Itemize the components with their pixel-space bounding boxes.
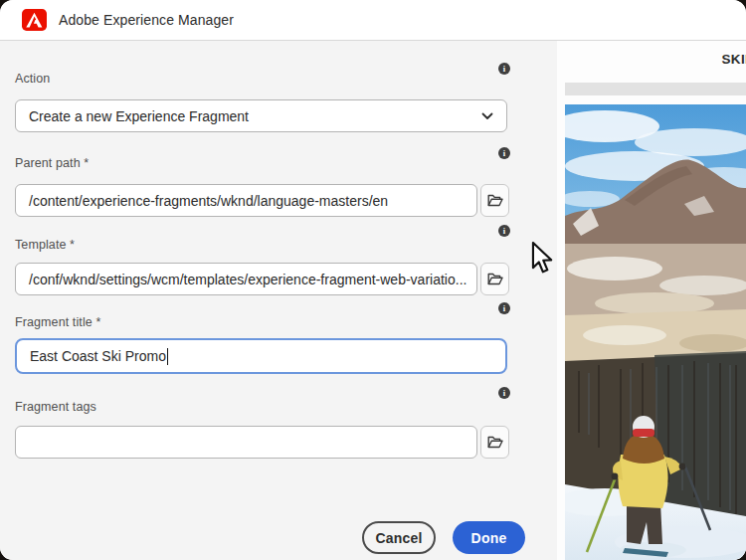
page-preview-panel: SKII: [557, 41, 746, 560]
text-cursor: [167, 348, 169, 365]
template-value: /conf/wknd/settings/wcm/templates/experi…: [29, 272, 466, 287]
folder-icon: [487, 194, 503, 207]
info-icon[interactable]: i: [498, 63, 510, 75]
action-selected-value: Create a new Experience Fragment: [29, 108, 249, 124]
done-button[interactable]: Done: [453, 521, 525, 554]
fragment-title-value: East Coast Ski Promo: [30, 348, 166, 364]
create-fragment-dialog: Action i Create a new Experience Fragmen…: [0, 41, 557, 560]
info-icon[interactable]: i: [498, 387, 510, 399]
fragment-title-input[interactable]: East Coast Ski Promo: [15, 338, 507, 374]
cancel-button[interactable]: Cancel: [362, 521, 436, 554]
fragment-tags-browse-button[interactable]: [480, 426, 509, 459]
folder-icon: [487, 273, 503, 285]
preview-placeholder-bar: [565, 83, 746, 95]
app-header: Adobe Experience Manager: [0, 0, 746, 41]
fragment-tags-label: Fragment tags: [15, 400, 96, 414]
ski-photo: [565, 104, 746, 560]
folder-icon: [487, 436, 503, 449]
adobe-logo-icon: [22, 9, 47, 31]
action-label: Action: [15, 72, 50, 86]
info-icon[interactable]: i: [498, 302, 510, 314]
parent-path-browse-button[interactable]: [480, 184, 509, 217]
preview-heading: SKII: [722, 52, 746, 67]
app-title: Adobe Experience Manager: [59, 12, 234, 28]
template-browse-button[interactable]: [480, 263, 509, 295]
template-input[interactable]: /conf/wknd/settings/wcm/templates/experi…: [15, 263, 477, 295]
chevron-down-icon: [481, 112, 493, 120]
info-icon[interactable]: i: [498, 225, 510, 237]
parent-path-value: /content/experience-fragments/wknd/langu…: [29, 193, 388, 209]
action-select[interactable]: Create a new Experience Fragment: [15, 99, 507, 132]
template-label: Template *: [15, 238, 75, 252]
aem-window: Adobe Experience Manager Action i Create…: [0, 0, 746, 560]
fragment-tags-input[interactable]: [15, 426, 477, 459]
parent-path-input[interactable]: /content/experience-fragments/wknd/langu…: [15, 184, 477, 217]
info-icon[interactable]: i: [498, 147, 510, 159]
parent-path-label: Parent path *: [15, 156, 89, 170]
fragment-title-label: Fragment title *: [15, 315, 100, 329]
